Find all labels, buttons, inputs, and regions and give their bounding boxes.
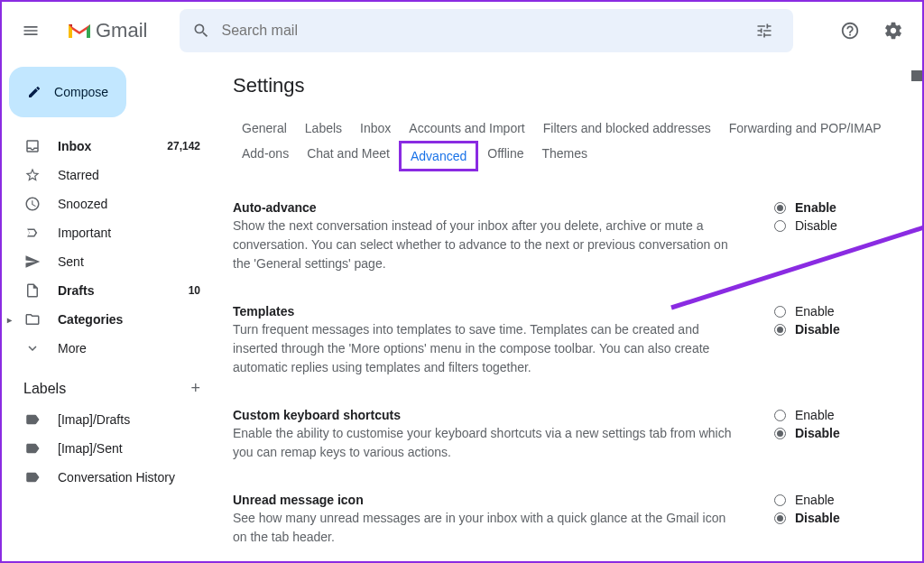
tab-add-ons[interactable]: Add-ons [233, 141, 298, 171]
enable-option[interactable]: Enable [774, 200, 837, 215]
inbox-icon [23, 138, 42, 154]
tab-themes[interactable]: Themes [533, 141, 597, 171]
send-icon [23, 254, 42, 270]
hamburger-icon [22, 22, 40, 40]
nav-label: Important [58, 226, 111, 240]
labels-title: Labels [23, 381, 66, 397]
tab-advanced[interactable]: Advanced [399, 141, 478, 171]
setting-desc: See how many unread messages are in your… [233, 509, 738, 547]
setting-text: Unread message iconSee how many unread m… [233, 493, 738, 547]
nav-count: 10 [189, 284, 200, 297]
nav-label: Sent [58, 254, 84, 269]
radio-icon [774, 494, 786, 506]
add-label-button[interactable]: + [190, 379, 200, 398]
support-button[interactable] [832, 13, 868, 49]
main: Compose Inbox27,142StarredSnoozedImporta… [2, 60, 922, 561]
option-label: Enable [795, 304, 835, 318]
sidebar-item-drafts[interactable]: Drafts10 [2, 276, 211, 305]
content: Settings GeneralLabelsInboxAccounts and … [211, 60, 922, 561]
tab-chat-and-meet[interactable]: Chat and Meet [298, 141, 399, 171]
option-label: Disable [795, 426, 840, 440]
setting-options: EnableDisable [774, 493, 865, 547]
setting-custom-keyboard-shortcuts: Custom keyboard shortcutsEnable the abil… [233, 397, 911, 482]
radio-icon [774, 512, 786, 524]
option-label: Enable [795, 200, 836, 215]
labels-list: [Imap]/Drafts[Imap]/SentConversation His… [2, 405, 211, 492]
nav-label: Categories [58, 312, 123, 327]
radio-icon [774, 220, 786, 232]
radio-icon [774, 202, 786, 214]
setting-desc: Turn frequent messages into templates to… [233, 320, 738, 377]
nav-count: 27,142 [167, 140, 200, 152]
settings-button[interactable] [875, 13, 911, 49]
gmail-logo[interactable]: Gmail [60, 19, 154, 42]
label-item[interactable]: [Imap]/Sent [2, 434, 211, 463]
settings-tabs: GeneralLabelsInboxAccounts and ImportFil… [233, 115, 911, 171]
setting-options: EnableDisable [774, 408, 865, 462]
setting-options: EnableDisable [774, 304, 865, 377]
header-right [832, 13, 915, 49]
nav-label: Inbox [58, 139, 91, 153]
tab-filters-and-blocked-addresses[interactable]: Filters and blocked addresses [534, 115, 720, 141]
setting-auto-advance: Auto-advanceShow the next conversation i… [233, 189, 911, 293]
disable-option[interactable]: Disable [774, 426, 840, 440]
nav-label: More [58, 341, 87, 355]
option-label: Disable [795, 218, 837, 233]
tab-general[interactable]: General [233, 115, 296, 141]
compose-label: Compose [54, 85, 108, 99]
label-item[interactable]: [Imap]/Drafts [2, 405, 211, 434]
tab-inbox[interactable]: Inbox [351, 115, 400, 141]
label-text: [Imap]/Drafts [58, 412, 130, 427]
label-item[interactable]: Conversation History [2, 463, 211, 492]
sidebar-item-categories[interactable]: ▸Categories [2, 305, 211, 334]
setting-options: EnableDisable [774, 200, 863, 273]
sidebar-item-snoozed[interactable]: Snoozed [2, 189, 211, 218]
disable-option[interactable]: Disable [774, 218, 837, 233]
pencil-icon [27, 83, 42, 101]
tab-accounts-and-import[interactable]: Accounts and Import [400, 115, 533, 141]
setting-text: TemplatesTurn frequent messages into tem… [233, 304, 738, 377]
setting-desc: Enable the ability to customise your key… [233, 424, 738, 462]
nav-label: Snoozed [58, 197, 107, 211]
setting-unread-message-icon: Unread message iconSee how many unread m… [233, 482, 911, 561]
input-tools-indicator[interactable] [911, 70, 922, 81]
important-icon [23, 225, 42, 241]
tab-offline[interactable]: Offline [478, 141, 532, 171]
search-bar[interactable] [180, 9, 793, 52]
sidebar-item-starred[interactable]: Starred [2, 161, 211, 189]
help-icon [840, 21, 860, 41]
tab-forwarding-and-pop-imap[interactable]: Forwarding and POP/IMAP [720, 115, 891, 141]
categories-icon [23, 311, 42, 328]
enable-option[interactable]: Enable [774, 493, 840, 507]
tune-icon [755, 22, 773, 40]
setting-text: Custom keyboard shortcutsEnable the abil… [233, 408, 738, 462]
disable-option[interactable]: Disable [774, 511, 840, 525]
sidebar-item-important[interactable]: Important [2, 218, 211, 247]
sidebar-item-more[interactable]: More [2, 334, 211, 363]
logo-text: Gmail [96, 19, 147, 42]
labels-header: Labels + [2, 363, 211, 405]
option-label: Disable [795, 322, 840, 337]
setting-name: Unread message icon [233, 493, 738, 507]
radio-icon [774, 306, 786, 318]
disable-option[interactable]: Disable [774, 322, 840, 337]
enable-option[interactable]: Enable [774, 304, 840, 318]
label-icon [23, 411, 42, 428]
enable-option[interactable]: Enable [774, 408, 840, 422]
star-icon [23, 167, 42, 183]
main-menu-button[interactable] [9, 9, 52, 52]
option-label: Enable [795, 493, 835, 507]
nav-list: Inbox27,142StarredSnoozedImportantSentDr… [2, 132, 211, 363]
more-icon [23, 340, 42, 356]
radio-icon [774, 410, 786, 421]
search-options-button[interactable] [748, 14, 781, 47]
setting-desc: Show the next conversation instead of yo… [233, 217, 738, 273]
tab-labels[interactable]: Labels [296, 115, 351, 141]
page-title: Settings [233, 74, 911, 97]
sidebar-item-sent[interactable]: Sent [2, 247, 211, 276]
sidebar-item-inbox[interactable]: Inbox27,142 [2, 132, 211, 161]
search-input[interactable] [221, 23, 748, 39]
setting-name: Templates [233, 304, 738, 318]
label-icon [23, 440, 42, 457]
compose-button[interactable]: Compose [9, 67, 126, 117]
